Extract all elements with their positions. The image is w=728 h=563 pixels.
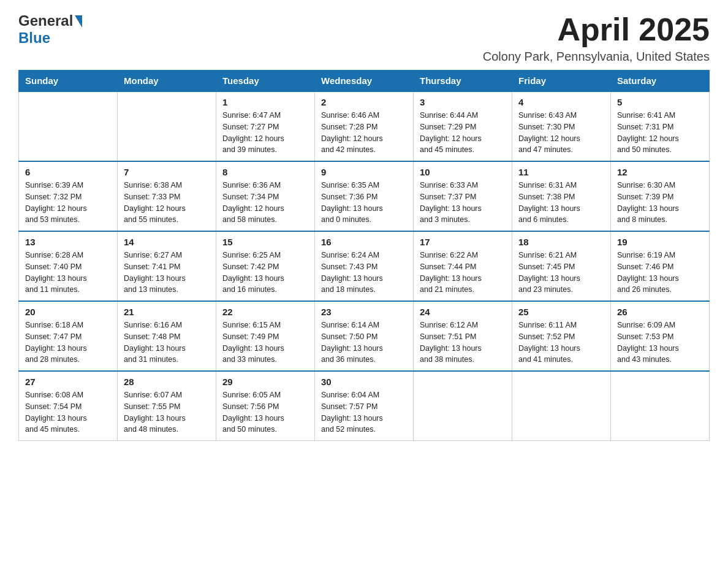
location-title: Colony Park, Pennsylvania, United States	[483, 50, 710, 64]
day-info: Sunrise: 6:27 AMSunset: 7:41 PMDaylight:…	[124, 250, 210, 296]
day-cell: 18Sunrise: 6:21 AMSunset: 7:45 PMDayligh…	[512, 231, 611, 301]
calendar-body: 1Sunrise: 6:47 AMSunset: 7:27 PMDaylight…	[19, 91, 710, 441]
calendar-header: SundayMondayTuesdayWednesdayThursdayFrid…	[19, 71, 710, 92]
day-cell: 26Sunrise: 6:09 AMSunset: 7:53 PMDayligh…	[611, 301, 710, 371]
day-info: Sunrise: 6:41 AMSunset: 7:31 PMDaylight:…	[617, 110, 703, 156]
day-cell: 17Sunrise: 6:22 AMSunset: 7:44 PMDayligh…	[414, 231, 512, 301]
day-info: Sunrise: 6:21 AMSunset: 7:45 PMDaylight:…	[518, 250, 604, 296]
day-info: Sunrise: 6:35 AMSunset: 7:36 PMDaylight:…	[321, 180, 407, 226]
day-cell: 5Sunrise: 6:41 AMSunset: 7:31 PMDaylight…	[611, 91, 710, 161]
col-header-friday: Friday	[512, 71, 611, 92]
day-cell: 28Sunrise: 6:07 AMSunset: 7:55 PMDayligh…	[118, 371, 216, 441]
day-info: Sunrise: 6:24 AMSunset: 7:43 PMDaylight:…	[321, 250, 407, 296]
day-info: Sunrise: 6:04 AMSunset: 7:57 PMDaylight:…	[321, 389, 407, 435]
day-cell: 15Sunrise: 6:25 AMSunset: 7:42 PMDayligh…	[216, 231, 315, 301]
week-row-2: 6Sunrise: 6:39 AMSunset: 7:32 PMDaylight…	[19, 161, 710, 231]
week-row-3: 13Sunrise: 6:28 AMSunset: 7:40 PMDayligh…	[19, 231, 710, 301]
day-number: 8	[222, 167, 308, 177]
day-info: Sunrise: 6:15 AMSunset: 7:49 PMDaylight:…	[222, 320, 308, 366]
day-info: Sunrise: 6:46 AMSunset: 7:28 PMDaylight:…	[321, 110, 407, 156]
calendar-table: SundayMondayTuesdayWednesdayThursdayFrid…	[18, 70, 710, 441]
day-number: 25	[518, 307, 604, 317]
day-number: 29	[222, 377, 308, 387]
col-header-saturday: Saturday	[611, 71, 710, 92]
day-cell: 14Sunrise: 6:27 AMSunset: 7:41 PMDayligh…	[118, 231, 216, 301]
day-cell: 20Sunrise: 6:18 AMSunset: 7:47 PMDayligh…	[19, 301, 118, 371]
day-cell: 30Sunrise: 6:04 AMSunset: 7:57 PMDayligh…	[315, 371, 414, 441]
day-number: 24	[420, 307, 506, 317]
day-cell: 1Sunrise: 6:47 AMSunset: 7:27 PMDaylight…	[216, 91, 315, 161]
day-info: Sunrise: 6:18 AMSunset: 7:47 PMDaylight:…	[25, 320, 111, 366]
day-cell: 23Sunrise: 6:14 AMSunset: 7:50 PMDayligh…	[315, 301, 414, 371]
day-cell: 24Sunrise: 6:12 AMSunset: 7:51 PMDayligh…	[414, 301, 512, 371]
day-info: Sunrise: 6:08 AMSunset: 7:54 PMDaylight:…	[25, 389, 111, 435]
day-cell: 29Sunrise: 6:05 AMSunset: 7:56 PMDayligh…	[216, 371, 315, 441]
month-title: April 2025	[483, 12, 710, 47]
col-header-tuesday: Tuesday	[216, 71, 315, 92]
day-cell: 7Sunrise: 6:38 AMSunset: 7:33 PMDaylight…	[118, 161, 216, 231]
logo: General Blue	[18, 12, 82, 47]
day-number: 10	[420, 167, 506, 177]
day-info: Sunrise: 6:11 AMSunset: 7:52 PMDaylight:…	[518, 320, 604, 366]
day-info: Sunrise: 6:25 AMSunset: 7:42 PMDaylight:…	[222, 250, 308, 296]
day-number: 4	[518, 97, 604, 107]
day-cell: 22Sunrise: 6:15 AMSunset: 7:49 PMDayligh…	[216, 301, 315, 371]
day-cell: 3Sunrise: 6:44 AMSunset: 7:29 PMDaylight…	[414, 91, 512, 161]
day-number: 17	[420, 237, 506, 247]
day-number: 9	[321, 167, 407, 177]
day-info: Sunrise: 6:39 AMSunset: 7:32 PMDaylight:…	[25, 180, 111, 226]
day-info: Sunrise: 6:09 AMSunset: 7:53 PMDaylight:…	[617, 320, 703, 366]
day-cell: 25Sunrise: 6:11 AMSunset: 7:52 PMDayligh…	[512, 301, 611, 371]
day-cell: 4Sunrise: 6:43 AMSunset: 7:30 PMDaylight…	[512, 91, 611, 161]
day-info: Sunrise: 6:43 AMSunset: 7:30 PMDaylight:…	[518, 110, 604, 156]
logo-blue-text: Blue	[18, 29, 50, 47]
day-info: Sunrise: 6:22 AMSunset: 7:44 PMDaylight:…	[420, 250, 506, 296]
day-info: Sunrise: 6:12 AMSunset: 7:51 PMDaylight:…	[420, 320, 506, 366]
title-block: April 2025 Colony Park, Pennsylvania, Un…	[483, 12, 710, 64]
day-number: 6	[25, 167, 111, 177]
day-info: Sunrise: 6:07 AMSunset: 7:55 PMDaylight:…	[124, 389, 210, 435]
day-cell: 27Sunrise: 6:08 AMSunset: 7:54 PMDayligh…	[19, 371, 118, 441]
day-number: 26	[617, 307, 703, 317]
day-info: Sunrise: 6:36 AMSunset: 7:34 PMDaylight:…	[222, 180, 308, 226]
day-number: 5	[617, 97, 703, 107]
day-number: 20	[25, 307, 111, 317]
day-cell: 19Sunrise: 6:19 AMSunset: 7:46 PMDayligh…	[611, 231, 710, 301]
day-cell: 8Sunrise: 6:36 AMSunset: 7:34 PMDaylight…	[216, 161, 315, 231]
day-info: Sunrise: 6:19 AMSunset: 7:46 PMDaylight:…	[617, 250, 703, 296]
day-cell: 13Sunrise: 6:28 AMSunset: 7:40 PMDayligh…	[19, 231, 118, 301]
day-cell: 16Sunrise: 6:24 AMSunset: 7:43 PMDayligh…	[315, 231, 414, 301]
week-row-1: 1Sunrise: 6:47 AMSunset: 7:27 PMDaylight…	[19, 91, 710, 161]
day-cell	[512, 371, 611, 441]
day-number: 18	[518, 237, 604, 247]
day-info: Sunrise: 6:28 AMSunset: 7:40 PMDaylight:…	[25, 250, 111, 296]
day-number: 7	[124, 167, 210, 177]
day-number: 12	[617, 167, 703, 177]
day-number: 23	[321, 307, 407, 317]
day-number: 14	[124, 237, 210, 247]
day-info: Sunrise: 6:44 AMSunset: 7:29 PMDaylight:…	[420, 110, 506, 156]
day-info: Sunrise: 6:47 AMSunset: 7:27 PMDaylight:…	[222, 110, 308, 156]
logo-general-text: General	[18, 12, 73, 29]
day-info: Sunrise: 6:31 AMSunset: 7:38 PMDaylight:…	[518, 180, 604, 226]
day-number: 30	[321, 377, 407, 387]
day-number: 13	[25, 237, 111, 247]
day-number: 11	[518, 167, 604, 177]
day-number: 22	[222, 307, 308, 317]
col-header-monday: Monday	[118, 71, 216, 92]
day-info: Sunrise: 6:38 AMSunset: 7:33 PMDaylight:…	[124, 180, 210, 226]
logo-arrow-icon	[75, 15, 82, 28]
day-number: 21	[124, 307, 210, 317]
day-cell: 21Sunrise: 6:16 AMSunset: 7:48 PMDayligh…	[118, 301, 216, 371]
day-cell: 12Sunrise: 6:30 AMSunset: 7:39 PMDayligh…	[611, 161, 710, 231]
day-info: Sunrise: 6:16 AMSunset: 7:48 PMDaylight:…	[124, 320, 210, 366]
day-number: 28	[124, 377, 210, 387]
day-info: Sunrise: 6:05 AMSunset: 7:56 PMDaylight:…	[222, 389, 308, 435]
day-number: 16	[321, 237, 407, 247]
week-row-4: 20Sunrise: 6:18 AMSunset: 7:47 PMDayligh…	[19, 301, 710, 371]
day-cell	[19, 91, 118, 161]
day-number: 19	[617, 237, 703, 247]
week-row-5: 27Sunrise: 6:08 AMSunset: 7:54 PMDayligh…	[19, 371, 710, 441]
day-cell: 6Sunrise: 6:39 AMSunset: 7:32 PMDaylight…	[19, 161, 118, 231]
col-header-thursday: Thursday	[414, 71, 512, 92]
